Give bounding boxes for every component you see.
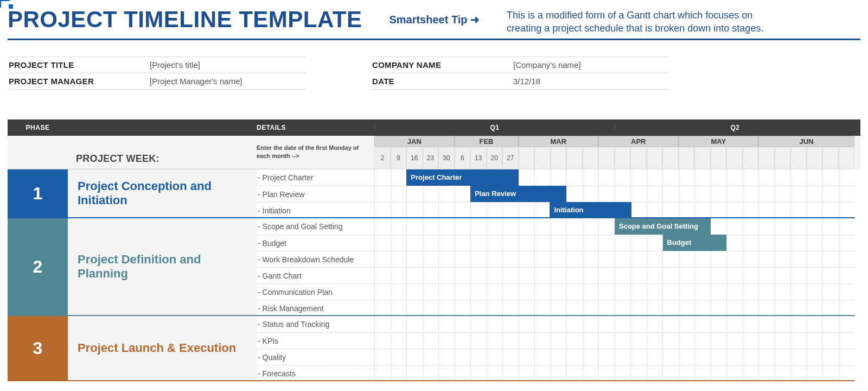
phase-number-3: 3 (8, 316, 68, 381)
week-date-empty (775, 147, 791, 169)
phase-number-2: 2 (8, 218, 68, 316)
gantt-bar[interactable]: Initiation (550, 202, 631, 218)
week-date-empty (790, 147, 807, 169)
meta-label-project-title: PROJECT TITLE (9, 60, 150, 70)
week-date-empty (726, 147, 743, 169)
col-header-details: DETAILS (257, 124, 374, 131)
phase-row-3: 3Project Launch & Execution- Status and … (8, 316, 860, 381)
month-jun: JUN (758, 136, 854, 147)
detail-item[interactable]: - Scope and Goal Setting (257, 218, 374, 235)
col-header-q2: Q2 (615, 124, 855, 131)
detail-item[interactable]: - Budget (257, 235, 374, 251)
week-date[interactable]: 27 (502, 147, 519, 169)
week-date-empty (807, 147, 823, 169)
month-mar: MAR (519, 136, 599, 147)
week-date-empty (839, 147, 855, 169)
week-date-empty (822, 147, 839, 169)
week-date-empty (519, 147, 535, 169)
gantt-area-2: Scope and Goal SettingBudget (374, 218, 855, 316)
phase-details-3: - Status and Tracking- KPIs- Quality- Fo… (257, 316, 374, 381)
detail-item[interactable]: - Project Charter (257, 169, 374, 186)
gantt-bar[interactable]: Budget (663, 235, 727, 251)
week-date-empty (566, 147, 583, 169)
week-date[interactable]: 13 (470, 147, 487, 169)
gantt-area-3 (374, 316, 855, 381)
week-date-empty (647, 147, 663, 169)
dates-row: 291623306132027 (374, 147, 855, 169)
months-row: JANFEBMARAPRMAYJUN (374, 136, 855, 147)
detail-item[interactable]: - Plan Review (257, 186, 374, 202)
phase-details-1: - Project Charter- Plan Review- Initiati… (257, 169, 374, 218)
col-header-phase: PHASE (8, 124, 68, 131)
week-date-empty (534, 147, 551, 169)
detail-item[interactable]: - Gantt Chart (257, 267, 374, 283)
tip-description: This is a modified form of a Gantt chart… (507, 7, 789, 35)
meta-value-company-name[interactable]: [Company's name] (513, 60, 581, 70)
week-date[interactable]: 6 (455, 147, 471, 169)
gantt-bar[interactable]: Scope and Goal Setting (615, 218, 711, 235)
project-week-label: PROJECT WEEK: (68, 136, 257, 169)
detail-item[interactable]: - Forecasts (257, 365, 374, 381)
month-apr: APR (598, 136, 679, 147)
gantt-bar[interactable]: Project Charter (406, 169, 518, 186)
week-date-empty (694, 147, 711, 169)
detail-item[interactable]: - Status and Tracking (257, 316, 374, 332)
detail-item[interactable]: - Quality (257, 349, 374, 365)
month-may: MAY (679, 136, 759, 147)
week-date-empty (711, 147, 727, 169)
week-date-empty (662, 147, 679, 169)
grid-header-row: PHASE DETAILS Q1 Q2 (8, 119, 860, 136)
detail-item[interactable]: - Work Breakdown Schedule (257, 251, 374, 267)
phase-name-1[interactable]: Project Conception and Initiation (68, 169, 257, 218)
detail-item[interactable]: - Communication Plan (257, 283, 374, 300)
month-jan: JAN (374, 136, 455, 147)
week-date[interactable]: 30 (438, 147, 455, 169)
week-date-empty (551, 147, 567, 169)
phase-number-1: 1 (8, 169, 68, 218)
week-date[interactable]: 20 (487, 147, 503, 169)
tip-label[interactable]: Smartsheet Tip ➜ (389, 7, 480, 26)
week-date-empty (615, 147, 631, 169)
meta-value-date[interactable]: 3/12/18 (513, 77, 540, 86)
grid-subheader-row: PROJECT WEEK: Enter the date of the firs… (8, 136, 860, 169)
meta-value-project-manager[interactable]: [Project Manager's name] (150, 77, 242, 86)
meta-value-project-title[interactable]: [Project's title] (150, 60, 200, 70)
week-date[interactable]: 23 (423, 147, 439, 169)
week-date-empty (758, 147, 775, 169)
meta-label-project-manager: PROJECT MANAGER (9, 77, 150, 86)
detail-item[interactable]: - Risk Management (257, 300, 374, 316)
meta-left: PROJECT TITLE [Project's title] PROJECT … (8, 56, 306, 90)
col-header-q1: Q1 (374, 124, 615, 131)
gantt-area-1: Project CharterPlan ReviewInitiation (374, 169, 855, 218)
week-date[interactable]: 16 (406, 147, 423, 169)
gantt-bar[interactable]: Plan Review (470, 186, 566, 202)
detail-item[interactable]: - KPIs (257, 332, 374, 349)
page-title: PROJECT TIMELINE TEMPLATE (8, 7, 362, 33)
meta-label-date: DATE (372, 77, 513, 86)
meta-label-company-name: COMPANY NAME (372, 60, 513, 70)
meta-right: COMPANY NAME [Company's name] DATE 3/12/… (371, 56, 669, 90)
phases-container: 1Project Conception and Initiation- Proj… (8, 169, 860, 381)
month-feb: FEB (455, 136, 519, 147)
week-date[interactable]: 2 (374, 147, 391, 169)
week-date-empty (743, 147, 759, 169)
phase-name-3[interactable]: Project Launch & Execution (68, 316, 257, 381)
date-hint: Enter the date of the first Monday of ea… (257, 136, 374, 169)
header: PROJECT TIMELINE TEMPLATE Smartsheet Tip… (8, 7, 860, 40)
week-date-empty (583, 147, 599, 169)
meta-section: PROJECT TITLE [Project's title] PROJECT … (8, 56, 860, 90)
detail-item[interactable]: - Initiation (257, 202, 374, 218)
months-container: JANFEBMARAPRMAYJUN 291623306132027 (374, 136, 855, 169)
gantt-grid: PHASE DETAILS Q1 Q2 PROJECT WEEK: Enter … (8, 119, 860, 381)
phase-row-1: 1Project Conception and Initiation- Proj… (8, 169, 860, 218)
week-date[interactable]: 9 (391, 147, 407, 169)
week-date-empty (679, 147, 695, 169)
week-date-empty (598, 147, 615, 169)
subheader-phase-spacer (8, 136, 68, 169)
phase-name-2[interactable]: Project Definition and Planning (68, 218, 257, 316)
week-date-empty (630, 147, 647, 169)
selection-corner (0, 0, 10, 8)
phase-details-2: - Scope and Goal Setting- Budget- Work B… (257, 218, 374, 316)
phase-row-2: 2Project Definition and Planning- Scope … (8, 218, 860, 316)
